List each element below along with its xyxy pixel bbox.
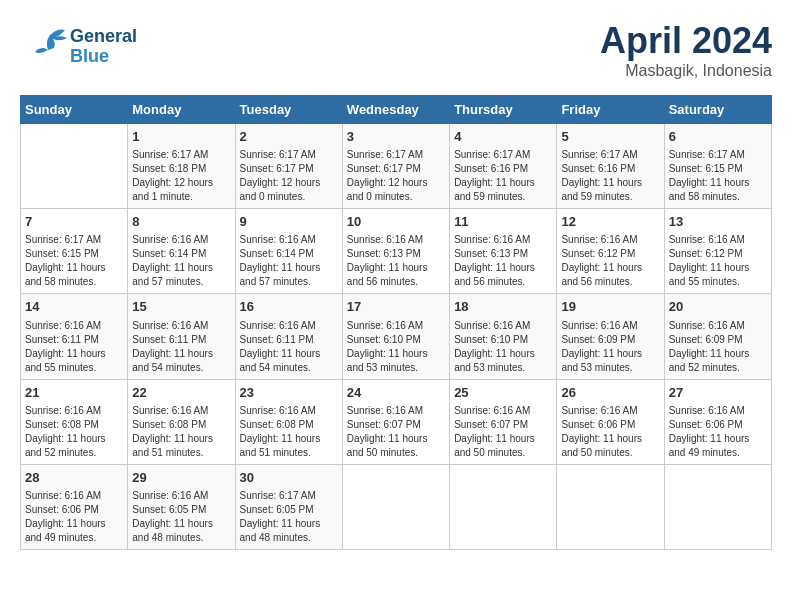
day-number: 8 [132, 213, 230, 231]
calendar-week-4: 21Sunrise: 6:16 AM Sunset: 6:08 PM Dayli… [21, 379, 772, 464]
day-number: 3 [347, 128, 445, 146]
day-info: Sunrise: 6:17 AM Sunset: 6:15 PM Dayligh… [25, 233, 123, 289]
day-info: Sunrise: 6:16 AM Sunset: 6:13 PM Dayligh… [454, 233, 552, 289]
day-info: Sunrise: 6:16 AM Sunset: 6:06 PM Dayligh… [25, 489, 123, 545]
day-info: Sunrise: 6:17 AM Sunset: 6:16 PM Dayligh… [454, 148, 552, 204]
day-info: Sunrise: 6:16 AM Sunset: 6:07 PM Dayligh… [347, 404, 445, 460]
day-info: Sunrise: 6:16 AM Sunset: 6:11 PM Dayligh… [25, 319, 123, 375]
day-number: 4 [454, 128, 552, 146]
calendar-cell [450, 464, 557, 549]
calendar-cell: 9Sunrise: 6:16 AM Sunset: 6:14 PM Daylig… [235, 209, 342, 294]
calendar-cell: 7Sunrise: 6:17 AM Sunset: 6:15 PM Daylig… [21, 209, 128, 294]
day-info: Sunrise: 6:16 AM Sunset: 6:12 PM Dayligh… [669, 233, 767, 289]
day-info: Sunrise: 6:17 AM Sunset: 6:17 PM Dayligh… [240, 148, 338, 204]
day-info: Sunrise: 6:16 AM Sunset: 6:14 PM Dayligh… [240, 233, 338, 289]
day-number: 30 [240, 469, 338, 487]
day-number: 22 [132, 384, 230, 402]
calendar-cell: 25Sunrise: 6:16 AM Sunset: 6:07 PM Dayli… [450, 379, 557, 464]
day-info: Sunrise: 6:17 AM Sunset: 6:16 PM Dayligh… [561, 148, 659, 204]
day-number: 29 [132, 469, 230, 487]
calendar-cell: 4Sunrise: 6:17 AM Sunset: 6:16 PM Daylig… [450, 124, 557, 209]
day-info: Sunrise: 6:17 AM Sunset: 6:05 PM Dayligh… [240, 489, 338, 545]
calendar-cell: 19Sunrise: 6:16 AM Sunset: 6:09 PM Dayli… [557, 294, 664, 379]
calendar-cell: 12Sunrise: 6:16 AM Sunset: 6:12 PM Dayli… [557, 209, 664, 294]
day-info: Sunrise: 6:16 AM Sunset: 6:11 PM Dayligh… [132, 319, 230, 375]
header-tuesday: Tuesday [235, 96, 342, 124]
logo-text: General Blue [70, 27, 137, 67]
calendar-cell: 29Sunrise: 6:16 AM Sunset: 6:05 PM Dayli… [128, 464, 235, 549]
calendar-cell: 2Sunrise: 6:17 AM Sunset: 6:17 PM Daylig… [235, 124, 342, 209]
header-wednesday: Wednesday [342, 96, 449, 124]
day-number: 18 [454, 298, 552, 316]
header-friday: Friday [557, 96, 664, 124]
day-number: 11 [454, 213, 552, 231]
day-number: 5 [561, 128, 659, 146]
calendar-cell: 16Sunrise: 6:16 AM Sunset: 6:11 PM Dayli… [235, 294, 342, 379]
day-number: 16 [240, 298, 338, 316]
day-number: 2 [240, 128, 338, 146]
calendar-cell: 6Sunrise: 6:17 AM Sunset: 6:15 PM Daylig… [664, 124, 771, 209]
day-info: Sunrise: 6:16 AM Sunset: 6:06 PM Dayligh… [669, 404, 767, 460]
calendar-cell: 23Sunrise: 6:16 AM Sunset: 6:08 PM Dayli… [235, 379, 342, 464]
day-number: 7 [25, 213, 123, 231]
calendar-week-3: 14Sunrise: 6:16 AM Sunset: 6:11 PM Dayli… [21, 294, 772, 379]
day-number: 19 [561, 298, 659, 316]
calendar-cell: 18Sunrise: 6:16 AM Sunset: 6:10 PM Dayli… [450, 294, 557, 379]
day-info: Sunrise: 6:16 AM Sunset: 6:10 PM Dayligh… [347, 319, 445, 375]
day-number: 24 [347, 384, 445, 402]
day-info: Sunrise: 6:16 AM Sunset: 6:12 PM Dayligh… [561, 233, 659, 289]
calendar-cell: 30Sunrise: 6:17 AM Sunset: 6:05 PM Dayli… [235, 464, 342, 549]
day-info: Sunrise: 6:16 AM Sunset: 6:06 PM Dayligh… [561, 404, 659, 460]
calendar-cell: 11Sunrise: 6:16 AM Sunset: 6:13 PM Dayli… [450, 209, 557, 294]
page-header: General Blue April 2024 Masbagik, Indone… [20, 20, 772, 80]
calendar-cell: 24Sunrise: 6:16 AM Sunset: 6:07 PM Dayli… [342, 379, 449, 464]
calendar-cell: 27Sunrise: 6:16 AM Sunset: 6:06 PM Dayli… [664, 379, 771, 464]
calendar-cell [342, 464, 449, 549]
calendar-cell [664, 464, 771, 549]
calendar-cell: 22Sunrise: 6:16 AM Sunset: 6:08 PM Dayli… [128, 379, 235, 464]
header-sunday: Sunday [21, 96, 128, 124]
calendar-cell [557, 464, 664, 549]
calendar-cell: 15Sunrise: 6:16 AM Sunset: 6:11 PM Dayli… [128, 294, 235, 379]
logo: General Blue [20, 20, 137, 74]
calendar-cell: 17Sunrise: 6:16 AM Sunset: 6:10 PM Dayli… [342, 294, 449, 379]
calendar-cell: 20Sunrise: 6:16 AM Sunset: 6:09 PM Dayli… [664, 294, 771, 379]
calendar-week-2: 7Sunrise: 6:17 AM Sunset: 6:15 PM Daylig… [21, 209, 772, 294]
calendar-table: SundayMondayTuesdayWednesdayThursdayFrid… [20, 95, 772, 550]
day-info: Sunrise: 6:16 AM Sunset: 6:09 PM Dayligh… [561, 319, 659, 375]
location: Masbagik, Indonesia [600, 62, 772, 80]
day-number: 9 [240, 213, 338, 231]
day-number: 28 [25, 469, 123, 487]
day-number: 20 [669, 298, 767, 316]
calendar-cell: 1Sunrise: 6:17 AM Sunset: 6:18 PM Daylig… [128, 124, 235, 209]
calendar-cell: 26Sunrise: 6:16 AM Sunset: 6:06 PM Dayli… [557, 379, 664, 464]
day-number: 13 [669, 213, 767, 231]
day-info: Sunrise: 6:16 AM Sunset: 6:07 PM Dayligh… [454, 404, 552, 460]
day-number: 10 [347, 213, 445, 231]
day-info: Sunrise: 6:16 AM Sunset: 6:08 PM Dayligh… [240, 404, 338, 460]
day-info: Sunrise: 6:16 AM Sunset: 6:05 PM Dayligh… [132, 489, 230, 545]
calendar-cell: 14Sunrise: 6:16 AM Sunset: 6:11 PM Dayli… [21, 294, 128, 379]
day-info: Sunrise: 6:16 AM Sunset: 6:11 PM Dayligh… [240, 319, 338, 375]
month-title: April 2024 [600, 20, 772, 62]
day-number: 21 [25, 384, 123, 402]
day-info: Sunrise: 6:17 AM Sunset: 6:15 PM Dayligh… [669, 148, 767, 204]
day-number: 26 [561, 384, 659, 402]
day-info: Sunrise: 6:16 AM Sunset: 6:13 PM Dayligh… [347, 233, 445, 289]
day-number: 1 [132, 128, 230, 146]
day-info: Sunrise: 6:16 AM Sunset: 6:14 PM Dayligh… [132, 233, 230, 289]
day-number: 23 [240, 384, 338, 402]
header-monday: Monday [128, 96, 235, 124]
day-info: Sunrise: 6:17 AM Sunset: 6:18 PM Dayligh… [132, 148, 230, 204]
day-number: 25 [454, 384, 552, 402]
calendar-week-1: 1Sunrise: 6:17 AM Sunset: 6:18 PM Daylig… [21, 124, 772, 209]
calendar-cell: 10Sunrise: 6:16 AM Sunset: 6:13 PM Dayli… [342, 209, 449, 294]
day-info: Sunrise: 6:16 AM Sunset: 6:08 PM Dayligh… [132, 404, 230, 460]
logo-icon [20, 20, 70, 70]
calendar-week-5: 28Sunrise: 6:16 AM Sunset: 6:06 PM Dayli… [21, 464, 772, 549]
header-saturday: Saturday [664, 96, 771, 124]
day-number: 27 [669, 384, 767, 402]
title-block: April 2024 Masbagik, Indonesia [600, 20, 772, 80]
day-number: 15 [132, 298, 230, 316]
day-number: 17 [347, 298, 445, 316]
